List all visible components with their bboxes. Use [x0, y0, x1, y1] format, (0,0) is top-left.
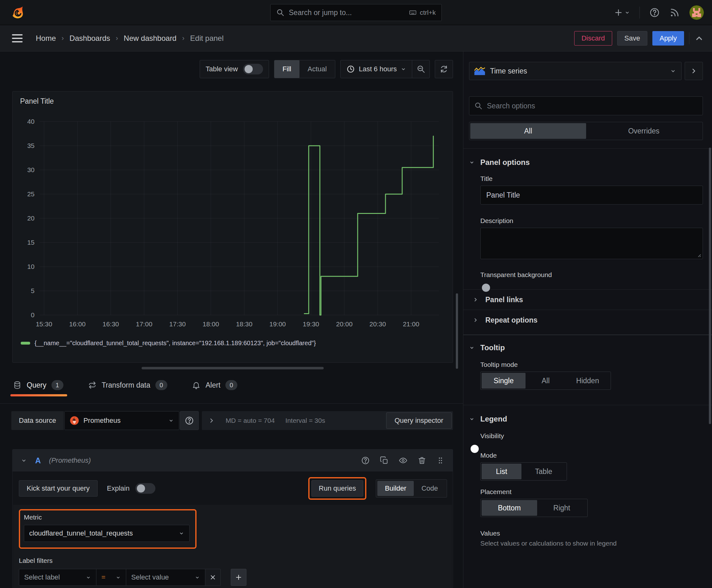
edit-panel-workspace: Table view Fill Actual Last 6 hours	[0, 51, 463, 588]
query-help-icon[interactable]	[361, 456, 370, 465]
query-inspector-button[interactable]: Query inspector	[386, 413, 452, 429]
svg-text:25: 25	[27, 190, 35, 197]
save-button[interactable]: Save	[617, 31, 647, 45]
repeat-options-section[interactable]: Repeat options	[469, 310, 703, 330]
menu-toggle-icon[interactable]	[12, 34, 23, 42]
toggle-viz-pane-button[interactable]	[685, 62, 703, 80]
tooltip-section-header[interactable]: Tooltip	[469, 343, 703, 352]
kick-start-query-button[interactable]: Kick start your query	[19, 480, 98, 497]
time-range-picker[interactable]: Last 6 hours	[341, 65, 412, 74]
actual-option[interactable]: Actual	[300, 60, 335, 78]
duplicate-query-icon[interactable]	[380, 456, 389, 465]
datasource-picker[interactable]: Prometheus	[64, 411, 179, 430]
section-title: Legend	[480, 415, 507, 423]
divider	[463, 148, 712, 149]
tab-query[interactable]: Query 1	[12, 378, 65, 396]
query-editor-card: A (Prometheus)	[12, 449, 453, 588]
metric-select[interactable]: cloudflared_tunnel_total_requests	[24, 525, 190, 542]
add-new-button[interactable]	[614, 8, 630, 17]
tooltip-mode-all[interactable]: All	[525, 373, 565, 388]
toggle-query-visibility-icon[interactable]	[399, 456, 408, 465]
search-options-input[interactable]: Search options	[469, 97, 703, 115]
panel-links-section[interactable]: Panel links	[469, 290, 703, 310]
transform-count-badge: 0	[155, 380, 167, 390]
discard-button[interactable]: Discard	[574, 31, 612, 45]
breadcrumb-dashboards[interactable]: Dashboards	[69, 34, 110, 43]
panel-title: Panel Title	[20, 97, 54, 106]
news-rss-icon[interactable]	[669, 7, 680, 18]
builder-code-segmented: Builder Code	[376, 479, 447, 498]
refresh-button[interactable]	[435, 60, 453, 78]
legend-series-swatch[interactable]	[21, 342, 30, 344]
visualization-picker[interactable]: Time series	[469, 62, 682, 80]
tooltip-mode-segmented: Single All Hidden	[480, 372, 611, 390]
panel-title-input[interactable]	[480, 186, 703, 205]
fill-option[interactable]: Fill	[274, 60, 300, 78]
breadcrumb-new-dashboard[interactable]: New dashboard	[124, 34, 176, 43]
global-search-input[interactable]: Search or jump to... ctrl+k	[270, 4, 442, 21]
explain-switch[interactable]	[135, 483, 155, 494]
zoom-out-button[interactable]	[412, 60, 429, 78]
legend-section-header[interactable]: Legend	[469, 415, 703, 423]
panel-description-textarea[interactable]	[481, 228, 703, 259]
user-avatar[interactable]	[689, 5, 704, 20]
placement-right[interactable]: Right	[537, 500, 586, 516]
legend-series-label[interactable]: {__name__="cloudflared_tunnel_total_requ…	[35, 339, 316, 347]
vertical-scrollbar[interactable]	[456, 293, 458, 369]
prometheus-icon	[70, 416, 79, 425]
operator-dropdown[interactable]: =	[96, 569, 126, 586]
tab-overrides[interactable]: Overrides	[586, 123, 702, 139]
help-icon[interactable]	[649, 7, 660, 18]
breadcrumb-home[interactable]: Home	[36, 34, 56, 43]
search-icon	[276, 8, 284, 17]
tooltip-mode-single[interactable]: Single	[481, 373, 525, 388]
explain-control: Explain	[107, 483, 155, 494]
breadcrumb-separator: ›	[62, 34, 64, 42]
query-row-header[interactable]: A (Prometheus)	[13, 449, 453, 471]
time-series-chart[interactable]: 051015202530354015:3016:0016:3017:0017:3…	[20, 119, 446, 335]
divider	[640, 6, 640, 19]
datasource-help-button[interactable]	[180, 411, 199, 430]
drag-query-handle-icon[interactable]	[436, 456, 445, 465]
builder-option[interactable]: Builder	[377, 481, 414, 496]
label-filter-row: Select label = Select valu	[19, 569, 447, 586]
tab-transform-data[interactable]: Transform data 0	[87, 378, 169, 396]
collapse-query-icon[interactable]	[21, 457, 27, 464]
topbar-actions	[614, 0, 704, 25]
panel-resize-handle[interactable]	[142, 367, 324, 370]
query-ref-id[interactable]: A	[35, 456, 41, 465]
table-view-toggle[interactable]: Table view	[200, 60, 269, 78]
collapse-options-pane-icon[interactable]	[694, 34, 704, 43]
add-filter-button[interactable]	[231, 569, 246, 586]
tab-all[interactable]: All	[470, 123, 586, 139]
tooltip-mode-hidden[interactable]: Hidden	[566, 373, 610, 388]
code-option[interactable]: Code	[414, 481, 446, 496]
svg-text:15: 15	[27, 239, 35, 246]
select-value-dropdown[interactable]: Select value	[126, 569, 205, 586]
select-label-dropdown[interactable]: Select label	[19, 569, 96, 586]
svg-text:30: 30	[27, 166, 35, 173]
apply-button[interactable]: Apply	[652, 31, 684, 45]
resize-grip-icon[interactable]	[696, 253, 701, 257]
vertical-scrollbar[interactable]	[709, 148, 711, 424]
delete-query-icon[interactable]	[417, 456, 426, 465]
grafana-logo-icon[interactable]	[11, 5, 25, 20]
chevron-down-icon	[168, 418, 174, 423]
placement-bottom[interactable]: Bottom	[481, 500, 537, 516]
editor-tabs: Query 1 Transform data 0 Alert 0	[12, 378, 239, 396]
query-builder-body: Metric cloudflared_tunnel_total_requests…	[13, 505, 452, 588]
legend-mode-table[interactable]: Table	[521, 464, 566, 479]
tab-alert[interactable]: Alert 0	[191, 378, 239, 396]
remove-filter-button[interactable]	[205, 569, 221, 586]
table-view-switch[interactable]	[243, 64, 263, 75]
expand-options-icon[interactable]	[208, 417, 215, 424]
run-queries-button[interactable]: Run queries	[311, 480, 363, 497]
svg-text:15:30: 15:30	[36, 320, 52, 328]
bell-icon	[192, 381, 201, 390]
fill-actual-segmented: Fill Actual	[274, 60, 335, 78]
legend-values-help: Select values or calculations to show in…	[480, 540, 703, 547]
divider	[0, 403, 463, 404]
panel-options-section-header[interactable]: Panel options	[469, 158, 703, 167]
legend-mode-list[interactable]: List	[481, 464, 521, 479]
legend-values-label: Values	[480, 530, 703, 537]
